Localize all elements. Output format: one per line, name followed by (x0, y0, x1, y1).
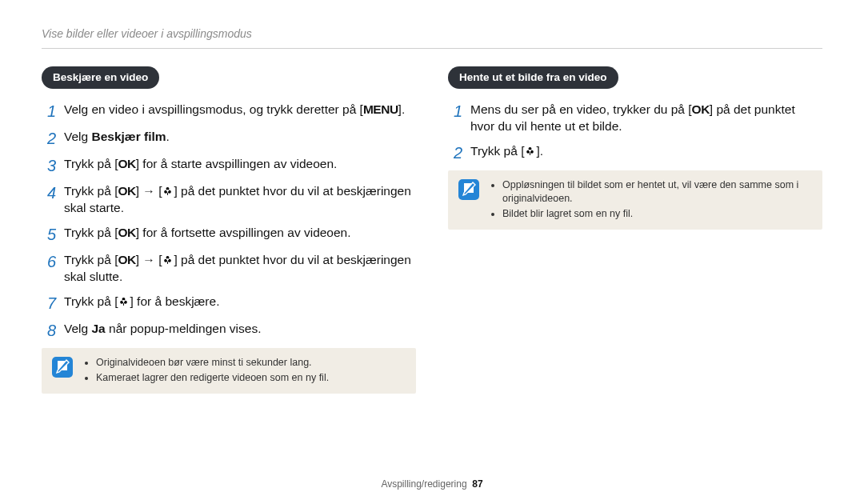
step: 5 Trykk på [OK] for å fortsette avspilli… (42, 225, 416, 244)
step-text: Trykk på [OK] for å starte avspillingen … (64, 156, 337, 173)
menu-icon: MENU (363, 102, 398, 116)
steps-left: 1 Velg en video i avspillingsmodus, og t… (42, 102, 416, 340)
step-number: 6 (42, 252, 56, 271)
step-text: Trykk på [OK] → [] på det punktet hvor d… (64, 183, 416, 217)
note-item: Oppløsningen til bildet som er hentet ut… (502, 178, 813, 206)
step-number: 1 (448, 102, 462, 121)
step-number: 1 (42, 102, 56, 121)
note-box: Oppløsningen til bildet som er hentet ut… (448, 170, 822, 230)
step-text: Trykk på [OK] → [] på det punktet hvor d… (64, 252, 416, 286)
note-item: Kameraet lagrer den redigerte videoen so… (96, 371, 329, 385)
note-icon (51, 356, 74, 378)
step-number: 5 (42, 225, 56, 244)
step-text: Mens du ser på en video, trykker du på [… (470, 102, 822, 135)
ok-icon: OK (692, 102, 710, 116)
flower-icon (524, 145, 536, 157)
step-number: 3 (42, 156, 56, 175)
step-text: Trykk på [OK] for å fortsette avspilling… (64, 225, 351, 242)
step-number: 8 (42, 321, 56, 340)
ok-icon: OK (118, 226, 135, 239)
step: 8 Velg Ja når popup-meldingen vises. (42, 321, 416, 340)
note-icon (458, 178, 480, 201)
steps-right: 1 Mens du ser på en video, trykker du på… (448, 102, 822, 162)
ok-icon: OK (118, 184, 135, 198)
flower-icon (162, 185, 174, 197)
note-list: Originalvideoen bør være minst ti sekund… (83, 356, 329, 386)
step-text: Trykk på []. (470, 143, 543, 160)
step: 2 Velg Beskjær film. (42, 129, 416, 148)
step: 2 Trykk på []. (448, 143, 822, 162)
footer-section: Avspilling/redigering (381, 478, 466, 490)
section-heading-right: Hente ut et bilde fra en video (448, 66, 618, 89)
step-number: 7 (42, 294, 56, 313)
divider (42, 48, 822, 49)
step: 7 Trykk på [] for å beskjære. (42, 294, 416, 313)
step-number: 2 (448, 143, 462, 162)
step: 1 Mens du ser på en video, trykker du på… (448, 102, 822, 135)
step: 1 Velg en video i avspillingsmodus, og t… (42, 102, 416, 121)
step-text: Trykk på [] for å beskjære. (64, 294, 219, 310)
step: 3 Trykk på [OK] for å starte avspillinge… (42, 156, 416, 175)
step-text: Velg Ja når popup-meldingen vises. (64, 321, 261, 338)
page-footer: Avspilling/redigering 87 (0, 478, 864, 490)
flower-icon (162, 254, 174, 266)
step-text: Velg en video i avspillingsmodus, og try… (64, 102, 405, 118)
page-number: 87 (472, 478, 482, 490)
section-heading-left: Beskjære en video (42, 66, 159, 89)
step: 6 Trykk på [OK] → [] på det punktet hvor… (42, 252, 416, 286)
left-column: Beskjære en video 1 Velg en video i avsp… (42, 66, 416, 394)
ok-icon: OK (118, 253, 135, 266)
step-text: Velg Beskjær film. (64, 129, 170, 146)
note-item: Bildet blir lagret som en ny fil. (502, 207, 813, 221)
step-number: 4 (42, 183, 56, 202)
note-item: Originalvideoen bør være minst ti sekund… (96, 356, 329, 370)
ok-icon: OK (118, 157, 135, 170)
note-list: Oppløsningen til bildet som er hentet ut… (490, 178, 813, 222)
flower-icon (118, 295, 130, 307)
breadcrumb: Vise bilder eller videoer i avspillingsm… (42, 27, 822, 40)
step-number: 2 (42, 129, 56, 148)
right-column: Hente ut et bilde fra en video 1 Mens du… (448, 66, 822, 394)
note-box: Originalvideoen bør være minst ti sekund… (42, 348, 416, 394)
step: 4 Trykk på [OK] → [] på det punktet hvor… (42, 183, 416, 217)
